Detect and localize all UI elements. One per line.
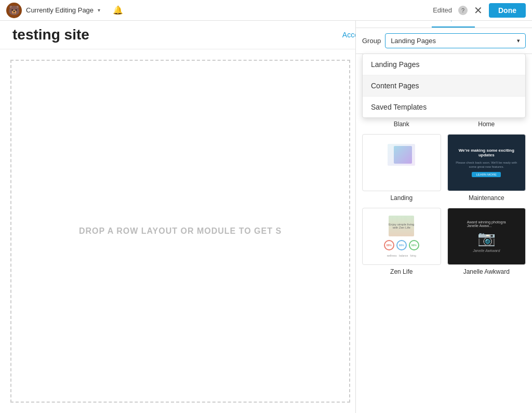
bear-logo-icon: 🐻 [6, 3, 22, 18]
template-blank-label: Blank [362, 121, 441, 128]
currently-editing-label: Currently Editing Page [26, 6, 94, 14]
template-janelle-thumb: Award winning photograJanelle Awaw... 📷 … [447, 208, 526, 265]
template-home-label: Home [447, 121, 526, 128]
template-janelle-label: Janelle Awkward [447, 268, 526, 275]
maint-title: We're making some exciting updates [454, 148, 520, 157]
done-button[interactable]: Done [489, 3, 526, 18]
group-selector: Group Landing Pages ▾ Landing Pages Cont… [356, 28, 532, 54]
help-icon[interactable]: ? [458, 6, 468, 15]
template-landing[interactable]: Landing [362, 134, 441, 202]
topbar-right: Edited ? ✕ Done [433, 3, 526, 18]
topbar: 🐻 Currently Editing Page ▾ 🔔 Edited ? ✕ … [0, 0, 532, 21]
template-zenlife-thumb: Enjoy simple livingwith Zen Life 88% 96%… [362, 208, 441, 265]
group-select-text: Landing Pages [391, 37, 436, 45]
group-select-chevron-icon: ▾ [517, 37, 520, 44]
drop-zone[interactable]: DROP A ROW LAYOUT OR MODULE TO GET S [10, 60, 350, 403]
janelle-title: Award winning photograJanelle Awaw... [467, 220, 506, 228]
janelle-name: Janelle Awkward [473, 249, 500, 252]
zen-label-1: wellness [387, 254, 397, 257]
template-zenlife[interactable]: Enjoy simple livingwith Zen Life 88% 96%… [362, 208, 441, 275]
landing-stats [400, 175, 403, 181]
template-landing-label: Landing [362, 194, 441, 202]
dropdown-item-content[interactable]: Content Pages [363, 75, 525, 97]
landing-hero [388, 144, 415, 166]
group-select-dropdown[interactable]: Landing Pages ▾ [385, 33, 526, 48]
template-maintenance-thumb: We're making some exciting updates Pleas… [447, 134, 526, 191]
zen-label-2: balance [399, 254, 408, 257]
maint-text: Please check back soon. We'll be ready w… [454, 161, 520, 169]
zen-circle-3: 96% [409, 240, 419, 250]
dropdown-item-saved[interactable]: Saved Templates [363, 97, 525, 117]
zen-labels: wellness balance living [387, 254, 416, 257]
dropdown-item-landing[interactable]: Landing Pages [363, 54, 525, 75]
zen-hero: Enjoy simple livingwith Zen Life [389, 216, 414, 236]
janelle-camera-icon: 📷 [477, 230, 496, 247]
template-maintenance[interactable]: We're making some exciting updates Pleas… [447, 134, 526, 202]
template-zenlife-label: Zen Life [362, 268, 441, 275]
zen-circle-1: 88% [384, 240, 394, 250]
right-panel: Modules Rows Templates Saved Group Landi… [355, 0, 532, 413]
edited-label: Edited [433, 6, 452, 14]
maint-btn: LEARN MORE [472, 172, 501, 177]
zen-hero-text: Enjoy simple livingwith Zen Life [389, 223, 414, 229]
zen-circle-2: 96% [396, 240, 407, 250]
landing-image-placeholder [394, 146, 412, 164]
zen-circles: 88% 96% 96% [384, 238, 419, 252]
bell-icon[interactable]: 🔔 [113, 5, 123, 15]
topbar-left: 🐻 Currently Editing Page ▾ 🔔 [6, 3, 123, 18]
chevron-down-icon[interactable]: ▾ [98, 7, 100, 13]
template-janelle[interactable]: Award winning photograJanelle Awaw... 📷 … [447, 208, 526, 275]
template-maintenance-label: Maintenance [447, 194, 526, 202]
close-button[interactable]: ✕ [474, 5, 483, 16]
site-title: testing site [12, 26, 89, 43]
main-canvas: DROP A ROW LAYOUT OR MODULE TO GET S [0, 49, 361, 413]
drop-text: DROP A ROW LAYOUT OR MODULE TO GET S [79, 227, 282, 236]
zen-label-3: living [410, 254, 416, 257]
template-landing-thumb [362, 134, 441, 191]
group-dropdown-overlay: Landing Pages Content Pages Saved Templa… [362, 54, 526, 118]
group-label: Group [362, 37, 381, 45]
